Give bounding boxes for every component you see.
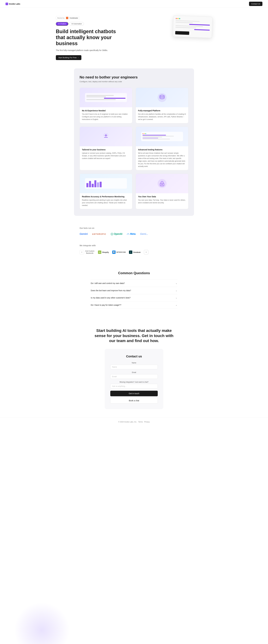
faq-chevron-1: ⌄ xyxy=(176,282,177,284)
faq-item-2[interactable]: Does the bot learn and improve from my d… xyxy=(91,287,177,294)
faq-question-4: Do I have to pay for token-usage?? xyxy=(91,304,121,306)
cta-headline: Start building AI tools that actually ma… xyxy=(93,328,175,343)
features-subtitle: Configure, test, deploy and monitor with… xyxy=(80,80,188,82)
brand-gemini-2: Gemi... xyxy=(140,232,148,236)
upload-icon xyxy=(102,132,110,141)
name-input[interactable] xyxy=(110,365,158,369)
footer-privacy-link[interactable]: Privacy xyxy=(144,421,150,423)
custom-backend-item: + And Custom Backends xyxy=(80,250,95,254)
features-grid: No AI Experience Needed You don't have t… xyxy=(80,88,188,209)
brands-row: Gemini ANTHROPIC OpenAI Meta Gemi... xyxy=(80,232,188,236)
feature-card-managed: Fully-managed Platform Our all-in-one pl… xyxy=(136,88,188,123)
footer: © 2024 Invoke Labs, Inc. Terms Privacy xyxy=(0,418,268,426)
features-section: No need to bother your engineers Configu… xyxy=(74,68,194,216)
brand-anthropic: ANTHROPIC xyxy=(92,233,106,235)
intercom-icon: 💬 xyxy=(112,250,115,254)
hero-screenshot xyxy=(173,16,212,38)
feature-card-image-1 xyxy=(80,88,132,107)
contact-title: Contact us xyxy=(110,354,158,358)
faq-item-4[interactable]: Do I have to pay for token-usage?? ⌄ xyxy=(91,301,177,308)
yc-combinator-label: Combinator xyxy=(70,17,78,19)
testing-preview xyxy=(141,132,183,141)
custom-plus-icon: + xyxy=(80,250,84,254)
faq-item-1[interactable]: Do I still own and control my own data? … xyxy=(91,280,177,287)
start-building-button[interactable]: Start Building For Free → xyxy=(56,55,81,60)
feature-desc-1: You don't have to be an AI engineer to b… xyxy=(82,113,130,121)
name-label: Name xyxy=(110,362,158,364)
feature-card-image-2 xyxy=(136,88,188,107)
hero-headline: Build intelligent chatbots that actually… xyxy=(56,28,123,46)
dashboard-preview xyxy=(85,178,127,189)
svg-point-0 xyxy=(160,95,164,97)
feature-desc-6: You own your data. Full stop. Your data … xyxy=(138,199,186,204)
hero-right xyxy=(173,16,212,37)
message-group: Missing integration? Just want to chat? xyxy=(110,381,158,388)
name-group: Name xyxy=(110,362,158,369)
faq-chevron-4: ⌄ xyxy=(176,304,177,306)
hero-subheadline: The first fully-managed platform made sp… xyxy=(56,49,109,52)
contact-us-button[interactable]: Contact Us xyxy=(249,2,262,6)
nav-logo: ⬡ Invoke Labs xyxy=(6,3,20,5)
shopify-item: 🛍 Shopify xyxy=(98,250,109,254)
feature-desc-5: Realtime reporting and alerting to give … xyxy=(82,199,130,207)
tab-ai-automation[interactable]: AI Automation xyxy=(69,22,84,26)
yc-logo-icon: Y xyxy=(66,17,68,19)
feature-title-4: Advanced testing features xyxy=(138,148,186,151)
llm-section: Our bots run on Gemini ANTHROPIC OpenAI … xyxy=(74,222,194,241)
feature-title-6: You Own Your Data xyxy=(138,196,186,198)
shopify-label: Shopify xyxy=(102,251,109,253)
navbar: ⬡ Invoke Labs Contact Us xyxy=(0,0,268,8)
faq-item-3[interactable]: Is my data used in any other customer's … xyxy=(91,294,177,301)
email-group: Email xyxy=(110,372,158,379)
zendesk-label: Zendesk xyxy=(133,251,141,253)
email-label: Email xyxy=(110,372,158,374)
feature-card-testing: Advanced testing features We've all seen… xyxy=(136,127,188,170)
book-a-chat-button[interactable]: Book a chat xyxy=(110,398,158,404)
email-input[interactable] xyxy=(110,374,158,379)
brand-meta: Meta xyxy=(127,232,136,236)
footer-text: © 2024 Invoke Labs, Inc. xyxy=(118,421,137,423)
feature-card-no-ai: No AI Experience Needed You don't have t… xyxy=(80,88,132,123)
footer-terms-link[interactable]: Terms xyxy=(138,421,143,423)
brand-gemini: Gemini xyxy=(80,232,88,236)
feature-card-image-4 xyxy=(136,127,188,146)
integrations-section: We integrate with + And Custom Backends … xyxy=(74,244,194,260)
feature-desc-3: Upload or connect your product catalog, … xyxy=(82,152,130,160)
db-icon xyxy=(158,93,167,102)
feature-title-5: Realtime Accuracy & Performance Monitori… xyxy=(82,196,130,198)
llm-title: Our bots run on xyxy=(80,227,188,229)
zendesk-item: Z Zendesk xyxy=(129,250,141,254)
svg-point-2 xyxy=(162,184,163,185)
contact-form: Contact us Name Email Missing integratio… xyxy=(105,349,163,409)
shopify-icon: 🛍 xyxy=(98,250,101,254)
more-integrations-icon: + xyxy=(144,250,148,254)
feature-desc-4: We've all seen those chatbots that can't… xyxy=(138,152,186,168)
logo-icon: ⬡ xyxy=(6,3,8,5)
intercom-item: 💬 Intercom xyxy=(112,250,126,254)
message-input[interactable] xyxy=(110,384,158,388)
intercom-label: Intercom xyxy=(116,251,126,253)
feature-card-data: You Own Your Data You own your data. Ful… xyxy=(136,174,188,209)
features-title: No need to bother your engineers xyxy=(80,75,188,80)
brand-openai: OpenAI xyxy=(111,232,122,236)
feature-card-tailored: Tailored to your business Upload or conn… xyxy=(80,127,132,170)
integrations-row: + And Custom Backends 🛍 Shopify 💬 Interc… xyxy=(80,250,188,254)
tab-ai-chatbot[interactable]: AI Chatbot xyxy=(56,22,68,26)
feature-card-monitoring: Realtime Accuracy & Performance Monitori… xyxy=(80,174,132,209)
get-in-touch-button[interactable]: Get in touch xyxy=(110,391,158,396)
feature-card-body-6: You Own Your Data You own your data. Ful… xyxy=(136,193,188,206)
cta-section: Start building AI tools that actually ma… xyxy=(0,320,268,418)
yc-badge: Backed by Y Combinator xyxy=(56,16,80,20)
integrations-title: We integrate with xyxy=(80,244,188,246)
feature-card-body-2: Fully-managed Platform Our all-in-one pl… xyxy=(136,107,188,123)
lock-icon xyxy=(158,179,167,188)
mock-chat-preview xyxy=(85,93,127,102)
logo-text: Invoke Labs xyxy=(9,3,20,5)
feature-card-image-5 xyxy=(80,174,132,193)
feature-title-2: Fully-managed Platform xyxy=(138,110,186,112)
yc-backed-label: Backed by xyxy=(57,17,64,19)
feature-card-body-5: Realtime Accuracy & Performance Monitori… xyxy=(80,193,132,209)
feature-card-body-4: Advanced testing features We've all seen… xyxy=(136,146,188,170)
hero-left: Backed by Y Combinator AI Chatbot AI Aut… xyxy=(56,16,168,60)
faq-title: Common Questions xyxy=(91,271,177,275)
